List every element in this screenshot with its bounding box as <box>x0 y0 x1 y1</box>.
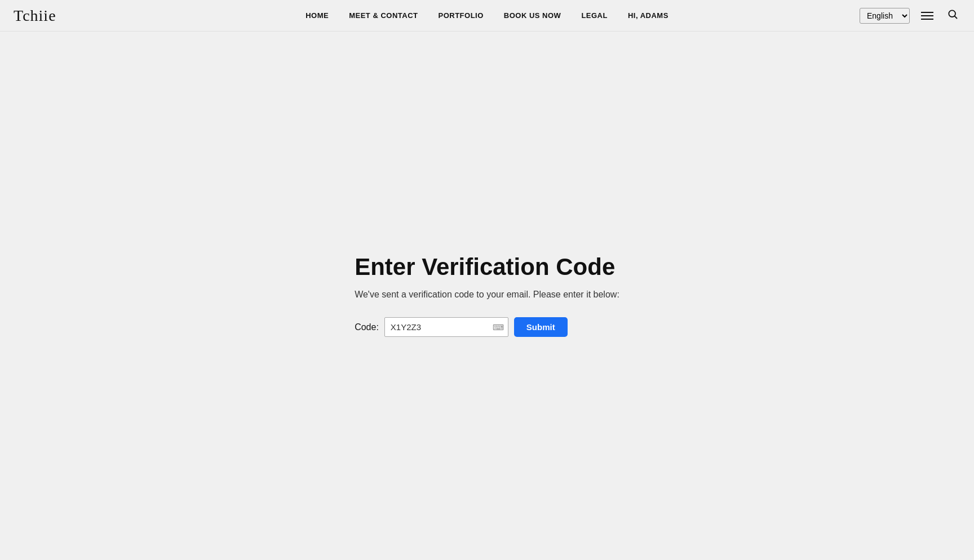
site-header: Tchiie HOME MEET & CONTACT PORTFOLIO BOO… <box>0 0 974 32</box>
hamburger-line-2 <box>921 15 933 16</box>
nav-home[interactable]: HOME <box>306 11 329 20</box>
main-content: Enter Verification Code We've sent a ver… <box>0 32 974 559</box>
hamburger-line-3 <box>921 19 933 20</box>
main-nav: HOME MEET & CONTACT PORTFOLIO BOOK US NO… <box>306 11 668 20</box>
nav-legal[interactable]: LEGAL <box>581 11 608 20</box>
search-icon <box>947 8 958 20</box>
header-right: English French Spanish German <box>860 6 960 25</box>
nav-meet-contact[interactable]: MEET & CONTACT <box>349 11 418 20</box>
code-form: Code: ⌨ Submit <box>355 317 568 337</box>
hamburger-button[interactable] <box>919 10 936 22</box>
logo-area: Tchiie <box>14 7 56 25</box>
nav-hi-adams[interactable]: HI, ADAMS <box>628 11 668 20</box>
site-logo: Tchiie <box>14 7 56 25</box>
language-selector[interactable]: English French Spanish German <box>860 8 910 24</box>
code-input-wrapper: ⌨ <box>384 317 508 337</box>
nav-portfolio[interactable]: PORTFOLIO <box>438 11 483 20</box>
nav-book-us-now[interactable]: BOOK US NOW <box>504 11 561 20</box>
hamburger-line-1 <box>921 12 933 13</box>
code-input[interactable] <box>384 317 508 337</box>
code-label: Code: <box>355 322 379 332</box>
submit-button[interactable]: Submit <box>514 317 568 337</box>
svg-line-1 <box>955 16 957 19</box>
verification-card: Enter Verification Code We've sent a ver… <box>355 254 619 337</box>
verification-title: Enter Verification Code <box>355 254 615 280</box>
search-button[interactable] <box>945 6 960 25</box>
verification-subtitle: We've sent a verification code to your e… <box>355 288 619 301</box>
